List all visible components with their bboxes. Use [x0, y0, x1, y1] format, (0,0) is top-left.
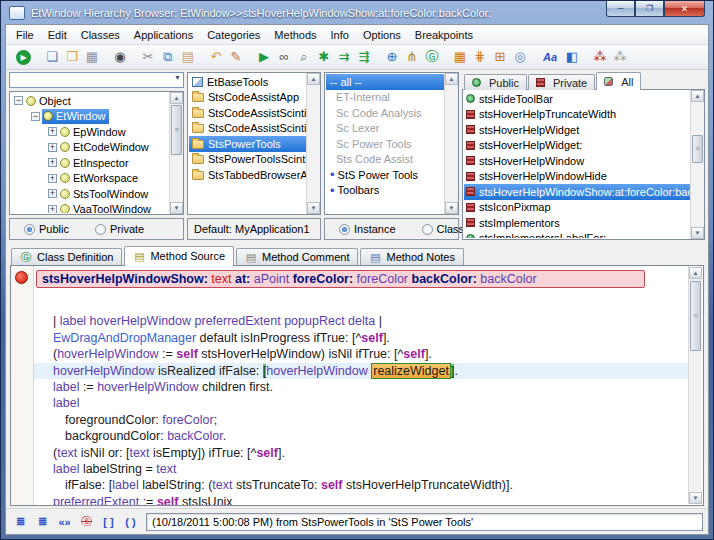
- minimize-button[interactable]: ─: [606, 1, 635, 17]
- implementors-icon[interactable]: ⇶: [354, 47, 374, 67]
- scroll-up-button[interactable]: ▲: [170, 92, 183, 104]
- insert-brackets-button[interactable]: [ ]: [99, 513, 118, 530]
- method-item[interactable]: stsImplementorsLabelFor:: [464, 231, 690, 239]
- scroll-up-button[interactable]: ▲: [691, 90, 704, 102]
- grid-edit-icon[interactable]: ⊞: [490, 47, 510, 67]
- remove-self-button[interactable]: ⓢ: [77, 513, 96, 530]
- menu-edit[interactable]: Edit: [41, 27, 74, 43]
- scroll-up-button[interactable]: ▲: [445, 73, 458, 85]
- fill-color-icon[interactable]: ◧: [562, 47, 582, 67]
- scroll-thumb[interactable]: [692, 135, 703, 163]
- class-tree-item[interactable]: +EtCodeWindow: [11, 140, 169, 156]
- menu-classes[interactable]: Classes: [74, 27, 127, 43]
- application-item[interactable]: StsCodeAssistApp: [189, 90, 306, 106]
- application-item[interactable]: StsCodeAssistScintillaLe:: [189, 121, 306, 137]
- save-icon[interactable]: ▦: [82, 47, 102, 67]
- menu-methods[interactable]: Methods: [267, 27, 323, 43]
- method-item[interactable]: stsHoverHelpWindow: [464, 153, 690, 169]
- class-tree-item[interactable]: +VaaToolWindow: [11, 202, 169, 214]
- tab-private[interactable]: Private: [528, 74, 595, 90]
- expand-icon[interactable]: +: [48, 143, 57, 152]
- new-document-icon[interactable]: ❏: [42, 47, 62, 67]
- class-tree-item[interactable]: +EtInspector: [11, 155, 169, 171]
- menu-file[interactable]: File: [9, 27, 41, 43]
- category-item[interactable]: StS Power Tools: [326, 167, 444, 183]
- collapse-icon[interactable]: −: [31, 112, 40, 121]
- menu-info[interactable]: Info: [324, 27, 356, 43]
- maximize-button[interactable]: ❐: [635, 1, 664, 17]
- scroll-up-button[interactable]: ▲: [689, 267, 702, 279]
- tab-method-comment[interactable]: ▤Method Comment: [236, 248, 358, 265]
- insert-quotes-button[interactable]: «»: [55, 513, 74, 530]
- method-item[interactable]: stsHoverHelpWindowShow:at:foreColor:back…: [464, 184, 690, 200]
- font-icon[interactable]: Aa: [538, 47, 562, 67]
- expand-icon[interactable]: +: [48, 205, 57, 213]
- title-bar[interactable]: EtWindow Hierarchy Browser: EtWindow>>st…: [1, 1, 713, 24]
- default-application-bar[interactable]: Default: MyApplication1: [187, 218, 321, 240]
- category-item[interactable]: Sc Lexer: [326, 121, 444, 137]
- method-item[interactable]: stsHideToolBar: [464, 91, 690, 107]
- code-scrollbar[interactable]: ▲▼: [688, 267, 702, 504]
- category-item[interactable]: Toolbars: [326, 183, 444, 199]
- method-item[interactable]: stsHoverHelpWidget:: [464, 138, 690, 154]
- globe-icon[interactable]: ⊕: [382, 47, 402, 67]
- method-item[interactable]: stsHoverHelpWidget: [464, 122, 690, 138]
- private-radio[interactable]: Private: [95, 223, 144, 235]
- menu-categories[interactable]: Categories: [200, 27, 267, 43]
- application-item[interactable]: StsTabbedBrowserApp: [189, 167, 306, 183]
- code-editor[interactable]: stsHoverHelpWindowShow: text at: aPoint …: [34, 266, 689, 505]
- category-item[interactable]: Sts Code Assist: [326, 152, 444, 168]
- menu-breakpoints[interactable]: Breakpoints: [408, 27, 480, 43]
- format-lines-button[interactable]: ≣: [11, 513, 30, 530]
- public-radio[interactable]: Public: [24, 223, 69, 235]
- scroll-down-button[interactable]: ▼: [689, 492, 702, 504]
- method-item[interactable]: stsHoverHelpWindowHide: [464, 169, 690, 185]
- paste-icon[interactable]: ▤: [178, 47, 198, 67]
- undo-icon[interactable]: ↶: [206, 47, 226, 67]
- brush-icon[interactable]: ✎: [226, 47, 246, 67]
- format-indent-button[interactable]: ≣: [33, 513, 52, 530]
- menu-applications[interactable]: Applications: [127, 27, 200, 43]
- expand-icon[interactable]: +: [48, 158, 57, 167]
- instance-radio[interactable]: Instance: [339, 223, 396, 235]
- close-button[interactable]: ✕: [664, 1, 705, 17]
- class-tree-item[interactable]: +StsToolWindow: [11, 186, 169, 202]
- application-item[interactable]: StsPowerToolsScintilla: [189, 152, 306, 168]
- copy-icon[interactable]: ⧉: [158, 47, 178, 67]
- users-icon[interactable]: ⁂: [590, 47, 610, 67]
- camera-icon[interactable]: ◉: [110, 47, 130, 67]
- applications-scrollbar[interactable]: ▲▼: [306, 73, 320, 214]
- scroll-thumb[interactable]: [690, 281, 701, 351]
- tab-public[interactable]: Public: [464, 74, 527, 90]
- breakpoint-marker[interactable]: [15, 271, 28, 284]
- method-item[interactable]: stsIconPixmap: [464, 200, 690, 216]
- chevron-down-icon[interactable]: ▼: [174, 74, 181, 81]
- cut-icon[interactable]: ✂: [138, 47, 158, 67]
- run-icon[interactable]: ▶: [16, 50, 31, 65]
- scroll-up-button[interactable]: ▲: [307, 73, 320, 85]
- debug-icon[interactable]: ✱: [314, 47, 334, 67]
- method-item[interactable]: stsHoverHelpTruncateWidth: [464, 107, 690, 123]
- tab-class-definition[interactable]: ⒼClass Definition: [11, 248, 122, 265]
- category-item[interactable]: -- all --: [326, 74, 444, 90]
- class-filter-combobox[interactable]: ▼: [9, 72, 184, 88]
- application-item[interactable]: StsCodeAssistScintillaCo: [189, 105, 306, 121]
- grid-icon[interactable]: ▦: [450, 47, 470, 67]
- class-tree-item[interactable]: −EtWindow: [11, 109, 169, 125]
- tab-method-source[interactable]: ▤Method Source: [124, 246, 234, 265]
- category-item[interactable]: Sc Power Tools: [326, 136, 444, 152]
- collapse-icon[interactable]: −: [14, 96, 23, 105]
- method-item[interactable]: stsImplementors: [464, 215, 690, 231]
- world-icon[interactable]: ◎: [510, 47, 530, 67]
- categories-scrollbar[interactable]: ▲▼: [444, 73, 458, 214]
- scroll-down-button[interactable]: ▼: [691, 227, 704, 239]
- expand-icon[interactable]: +: [48, 174, 57, 183]
- search-icon[interactable]: ⌕: [294, 47, 314, 67]
- class-tree-item[interactable]: +EpWindow: [11, 124, 169, 140]
- senders-icon[interactable]: ⇉: [334, 47, 354, 67]
- application-item[interactable]: StsPowerTools: [189, 136, 306, 152]
- expand-icon[interactable]: +: [48, 189, 57, 198]
- fence-icon[interactable]: ⋕: [470, 47, 490, 67]
- hierarchy-scrollbar[interactable]: ▲▼: [169, 92, 183, 214]
- open-folder-icon[interactable]: ❒: [62, 47, 82, 67]
